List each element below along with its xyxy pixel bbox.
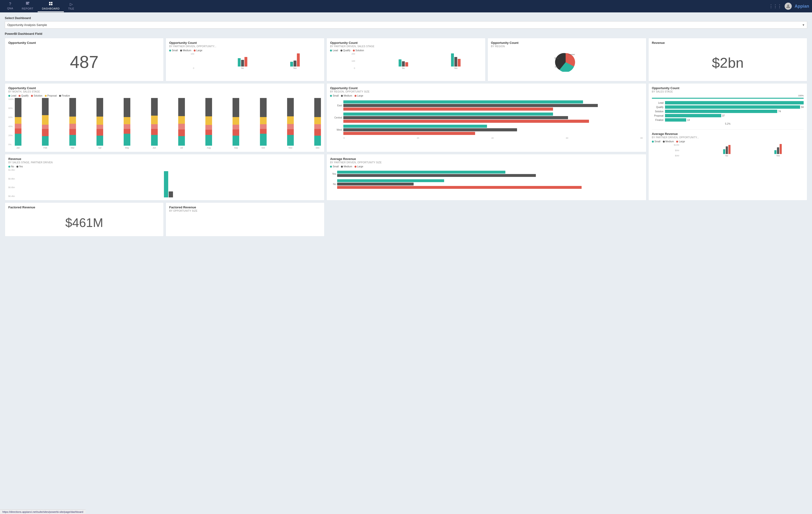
bars-yes bbox=[290, 53, 300, 66]
x-label-40: 40 bbox=[491, 137, 494, 139]
dot-rs-medium bbox=[341, 95, 343, 97]
stage-label-qualify: Qualify bbox=[652, 106, 665, 108]
central-large-bar bbox=[343, 120, 589, 123]
seg-jun-proposal bbox=[151, 116, 158, 124]
svg-rect-0 bbox=[26, 2, 29, 2]
seg-mar-qualify bbox=[69, 124, 76, 129]
bar-oct[interactable] bbox=[260, 98, 267, 146]
label-rs-no: No bbox=[11, 165, 14, 168]
arr-yes-bars bbox=[337, 171, 643, 177]
dashboard-dropdown-wrapper: Opportunity Analysis Sample ▼ bbox=[5, 21, 807, 29]
stage-val-qualify: 94 bbox=[801, 106, 804, 108]
seg-aug-solution bbox=[205, 130, 212, 135]
avg-yes-small bbox=[774, 150, 777, 154]
stage-label-finalize: Finalize bbox=[652, 119, 665, 121]
card-opp-monthly: Opportunity Count BY MONTH, SALES STAGE … bbox=[5, 83, 324, 152]
seg-nov-finalize bbox=[287, 98, 294, 116]
bar-apr[interactable] bbox=[96, 98, 103, 146]
avg-yes-large bbox=[780, 144, 782, 154]
card-subtitle-avg-rev-region: BY PARTNER DRIVEN, OPPORTUNITY SIZE bbox=[330, 161, 643, 164]
card-title-factored: Factored Revenue bbox=[8, 206, 160, 209]
seg-mar-solution bbox=[69, 129, 76, 135]
seg-nov-qualify bbox=[287, 124, 294, 129]
bar-jul[interactable] bbox=[178, 98, 185, 146]
xlabel-sep: Sep bbox=[233, 146, 239, 149]
seg-apr-lead bbox=[96, 136, 103, 146]
stage-row-proposal: Proposal 37 bbox=[652, 114, 804, 117]
bar-may[interactable] bbox=[124, 98, 130, 146]
bar-aug[interactable] bbox=[205, 98, 212, 146]
stage-bar-qualify bbox=[665, 105, 800, 109]
bar-jan[interactable] bbox=[15, 98, 22, 146]
bar-yes-large bbox=[297, 53, 300, 66]
legend-arr-medium: Medium bbox=[341, 165, 352, 168]
bar-sep[interactable] bbox=[233, 98, 239, 146]
seg-apr-finalize bbox=[96, 98, 103, 116]
nav-item-tile[interactable]: ▷ TILE bbox=[64, 0, 78, 12]
avg-no-large bbox=[728, 145, 730, 154]
user-avatar[interactable] bbox=[785, 3, 792, 10]
west-large-bar bbox=[343, 132, 475, 135]
arr-no: No bbox=[330, 179, 643, 189]
monthly-chart-container: 0% 20% 40% 60% 80% 100% bbox=[8, 98, 321, 149]
bar-yes-small bbox=[290, 62, 293, 66]
bar-no-large bbox=[244, 57, 247, 66]
dot-rs-no bbox=[8, 166, 10, 168]
seg-may-lead bbox=[124, 134, 130, 146]
y-label-0pct: 0% bbox=[8, 143, 14, 146]
bar-nov[interactable] bbox=[287, 98, 294, 146]
bar-dec[interactable] bbox=[314, 98, 321, 146]
legend-item-lead: Lead bbox=[330, 49, 338, 52]
card-opp-count-partner: Opportunity Count BY PARTNER DRIVEN, OPP… bbox=[166, 38, 324, 81]
bar-jun[interactable] bbox=[151, 98, 158, 146]
legend-ar-large: Large bbox=[676, 140, 685, 143]
seg-apr-proposal bbox=[96, 116, 103, 125]
nav-item-qna[interactable]: ? QNA bbox=[3, 0, 18, 12]
label-monthly-finalize: Finalize bbox=[62, 94, 70, 97]
xlabel-may: May bbox=[124, 146, 130, 149]
y-label-100pct: 100% bbox=[8, 98, 14, 100]
horiz-row-east: East bbox=[330, 100, 643, 111]
bar-group-sales-no: No bbox=[399, 59, 408, 70]
card-title-rev-stage: Revenue bbox=[8, 157, 321, 161]
sales-axis-no: No bbox=[402, 67, 405, 70]
arr-yes-row: Yes bbox=[330, 171, 643, 177]
stage-bar-proposal bbox=[665, 114, 721, 117]
card-opp-stage: Opportunity Count BY SALES STAGE 100% Le… bbox=[648, 83, 807, 200]
seg-aug-proposal bbox=[205, 116, 212, 125]
monthly-y-axis: 0% 20% 40% 60% 80% 100% bbox=[8, 98, 15, 146]
y-04bn: $0.4bn bbox=[8, 195, 15, 197]
seg-dec-lead bbox=[314, 136, 321, 146]
dashboard-dropdown[interactable]: Opportunity Analysis Sample bbox=[5, 21, 807, 29]
nav-items: ? QNA REPORT DASHBOARD ▷ TILE bbox=[3, 0, 78, 12]
bar-feb[interactable] bbox=[42, 98, 49, 146]
central-row: Central bbox=[330, 112, 643, 123]
legend-monthly-finalize: Finalize bbox=[59, 94, 70, 97]
dot-rs-large bbox=[354, 95, 356, 97]
nav-item-dashboard[interactable]: DASHBOARD bbox=[38, 0, 64, 12]
top-pct-label: 100% bbox=[798, 94, 804, 97]
bars-sales-yes bbox=[451, 53, 461, 66]
bottom-pct: 5.2% bbox=[652, 123, 804, 125]
legend-item-qualify: Qualify bbox=[341, 49, 350, 52]
central-bars bbox=[343, 112, 643, 123]
bar-mar[interactable] bbox=[69, 98, 76, 146]
rev-lead-bars bbox=[164, 171, 173, 197]
nav-label-tile: TILE bbox=[68, 7, 74, 10]
top-100-row: 100% bbox=[652, 94, 804, 97]
dashboard-icon bbox=[49, 2, 53, 6]
seg-feb-lead bbox=[42, 136, 49, 146]
bar-no-medium bbox=[241, 60, 244, 66]
nav-item-report[interactable]: REPORT bbox=[18, 0, 38, 12]
bar-yes-medium bbox=[293, 60, 296, 66]
app-grid-icon[interactable]: ⋮⋮⋮ bbox=[769, 4, 782, 9]
region-size-x-axis: 0 20 40 60 80 bbox=[330, 137, 643, 139]
svg-rect-5 bbox=[51, 2, 52, 3]
svg-rect-2 bbox=[26, 3, 28, 4]
horiz-row-west: West bbox=[330, 125, 643, 135]
dot-rs-small bbox=[330, 95, 332, 97]
xlabel-mar: Mar bbox=[69, 146, 76, 149]
seg-may-finalize bbox=[124, 98, 130, 117]
card-title-avg-rev: Average Revenue bbox=[652, 132, 804, 136]
seg-sep-qualify bbox=[233, 125, 239, 130]
